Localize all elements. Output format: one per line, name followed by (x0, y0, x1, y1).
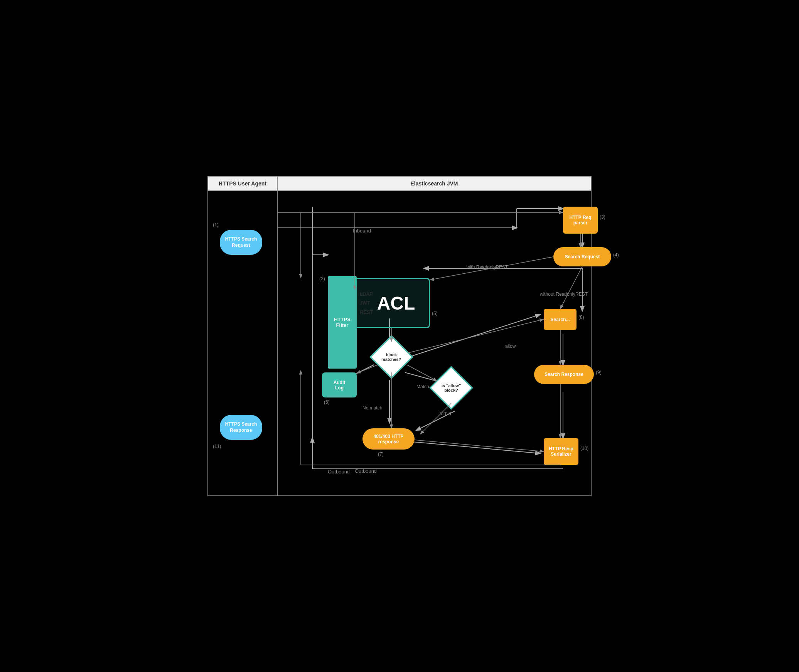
acl-big-label: ACL (377, 293, 415, 314)
main-box: HTTPS User Agent Elasticsearch JVM HTTPS… (207, 176, 592, 496)
search-request-node: Search Request (553, 247, 611, 266)
without-ror-label: without ReadonlyREST (540, 291, 588, 297)
match-label: Match (416, 384, 429, 389)
svg-line-34 (415, 440, 544, 451)
https-filter-node: HTTPSFilter (328, 276, 357, 369)
inbound-label: Inbound (353, 228, 371, 234)
is-allow-block-diamond: is "allow"block? (429, 366, 473, 409)
is-allow-block-text: is "allow"block? (442, 383, 461, 392)
label-8: (8) (578, 315, 584, 320)
outbound-label: Outbound (328, 469, 350, 475)
svg-line-25 (560, 266, 582, 309)
acl-box: LDAP JWT REST ACL (353, 278, 430, 328)
https-search-response-node: HTTPS SearchResponse (220, 415, 262, 440)
http-resp-serializer-node: HTTP RespSerializer (544, 438, 578, 465)
label-6: (6) (324, 399, 330, 405)
label-11: (11) (213, 444, 221, 449)
allow-label: allow (505, 344, 516, 349)
error-response-node: 401/403 HTTPresponse (362, 428, 415, 450)
svg-line-28 (407, 365, 437, 381)
svg-line-27 (357, 365, 378, 373)
label-7: (7) (378, 451, 384, 457)
label-2: (2) (319, 276, 325, 281)
acl-items: LDAP JWT REST (360, 290, 373, 317)
label-4: (4) (613, 252, 619, 258)
block-matches-diamond: blockmatches? (369, 335, 413, 379)
svg-line-17 (413, 442, 540, 453)
right-panel: HTTPSFilter (2) Inbound Outbound HTTP Re… (278, 191, 591, 495)
diagram-container: HTTPS User Agent Elasticsearch JVM HTTPS… (200, 168, 599, 504)
https-search-request-node: HTTPS SearchRequest (220, 230, 262, 255)
label-3: (3) (600, 214, 605, 220)
label-10: (10) (580, 446, 588, 451)
header-right: Elasticsearch JVM (278, 177, 591, 190)
http-req-parser-node: HTTP Reqparser (563, 207, 598, 234)
svg-line-31 (420, 403, 451, 434)
audit-log-node: AuditLog (322, 372, 357, 397)
with-ror-label: with ReadonlyREST (467, 264, 508, 270)
search-node: Search... (544, 309, 576, 330)
block-matches-text: blockmatches? (381, 352, 401, 362)
outbound-label-2: Outbound (355, 468, 377, 474)
left-panel: HTTPS SearchRequest (1) HTTPS SearchResp… (208, 191, 278, 495)
search-response-node: Search Response (534, 365, 594, 384)
header-left: HTTPS User Agent (208, 177, 278, 190)
content-area: HTTPS SearchRequest (1) HTTPS SearchResp… (208, 191, 591, 495)
header-row: HTTPS User Agent Elasticsearch JVM (208, 177, 591, 191)
label-5: (5) (432, 311, 438, 316)
forbid-label: forbid (440, 411, 451, 416)
label-1: (1) (213, 222, 219, 227)
label-9: (9) (596, 370, 602, 375)
no-match-label: No match (362, 405, 382, 411)
